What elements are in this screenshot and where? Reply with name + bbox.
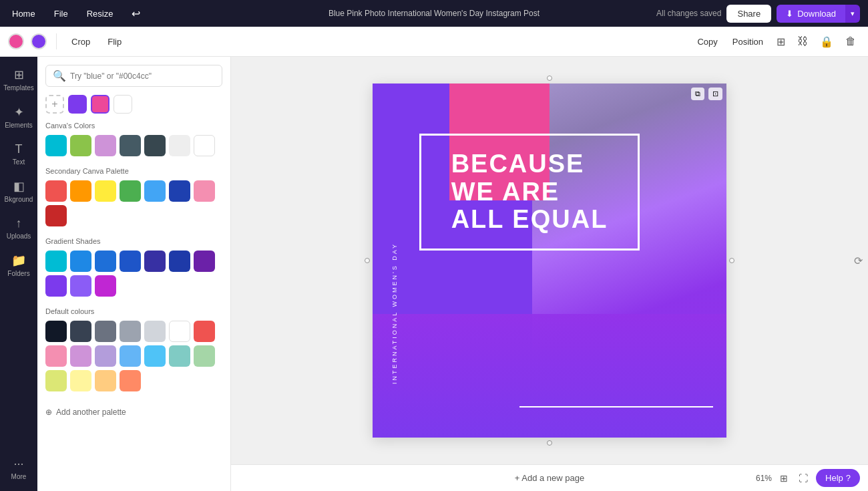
nav-home-button[interactable]: Home (8, 6, 39, 21)
grad-color-2[interactable] (70, 251, 91, 272)
canva-color-slate[interactable] (120, 135, 141, 156)
recent-color-white[interactable] (114, 95, 132, 114)
sec-color-red[interactable] (45, 180, 67, 202)
grad-color-10[interactable] (95, 275, 116, 297)
canva-color-lightgray[interactable] (169, 135, 190, 156)
sidebar-label-elements: Elements (5, 122, 33, 129)
sidebar-item-uploads[interactable]: ↑ Uploads (3, 211, 35, 245)
def-color-purple[interactable] (95, 345, 116, 367)
def-color-blue[interactable] (120, 345, 141, 367)
canvas-handle-top[interactable] (547, 75, 552, 81)
canva-color-lavender[interactable] (95, 135, 116, 156)
search-icon: 🔍 (53, 69, 66, 82)
grid-icon-button[interactable]: ⊞ (773, 33, 789, 51)
def-color-black[interactable] (45, 321, 67, 342)
chain-icon-button[interactable]: ⛓ (793, 33, 812, 50)
grad-color-8[interactable] (45, 275, 67, 297)
refresh-icon-button[interactable]: ⟳ (854, 255, 863, 267)
nav-resize-button[interactable]: Resize (83, 6, 118, 21)
sidebar-item-folders[interactable]: 📁 Folders (3, 248, 35, 283)
trash-icon-button[interactable]: 🗑 (841, 33, 860, 50)
share-button[interactable]: Share (726, 5, 771, 23)
add-palette-button[interactable]: ⊕ Add another palette (45, 402, 222, 422)
nav-file-button[interactable]: File (50, 6, 72, 21)
sec-color-hotpink[interactable] (194, 180, 215, 202)
canvas-area: BECAUSE WE ARE ALL EQUAL INTERNATIONAL W… (231, 57, 868, 491)
lock-icon-button[interactable]: 🔒 (816, 33, 837, 51)
def-color-salmon[interactable] (120, 370, 141, 391)
toolbar-right: Copy Position ⊞ ⛓ 🔒 🗑 (692, 33, 860, 51)
def-color-lightgray[interactable] (144, 321, 166, 342)
text-box-element[interactable]: BECAUSE WE ARE ALL EQUAL (419, 134, 640, 251)
fullscreen-button[interactable]: ⛶ (796, 472, 811, 485)
sidebar-item-elements[interactable]: ✦ Elements (3, 100, 35, 134)
def-color-green[interactable] (194, 345, 215, 367)
grad-color-1[interactable] (45, 251, 67, 272)
folders-icon: 📁 (11, 253, 26, 268)
def-color-red[interactable] (194, 321, 215, 342)
grad-color-4[interactable] (120, 251, 141, 272)
canvas-handle-left[interactable] (365, 258, 370, 263)
grad-color-7[interactable] (194, 251, 215, 272)
help-button[interactable]: Help ? (816, 469, 860, 487)
grad-color-6[interactable] (169, 251, 190, 272)
saved-status: All changes saved (656, 9, 721, 18)
def-color-gray[interactable] (95, 321, 116, 342)
copy-button[interactable]: Copy (692, 34, 722, 49)
sidebar-item-text[interactable]: T Text (3, 137, 35, 171)
sidebar-item-more[interactable]: ··· More (3, 452, 35, 486)
toolbar-divider (56, 33, 57, 49)
canva-color-teal[interactable] (45, 135, 67, 156)
def-color-darkgray[interactable] (70, 321, 91, 342)
download-arrow-button[interactable]: ▾ (845, 5, 860, 23)
gradient-colors-grid (45, 251, 222, 297)
color-swatch-pink[interactable] (8, 33, 24, 49)
def-color-peach[interactable] (95, 370, 116, 391)
add-color-button[interactable]: + (45, 95, 64, 114)
canvas-handle-right[interactable] (729, 258, 734, 263)
color-search-input[interactable] (70, 71, 215, 81)
default-colours-title: Default colours (45, 307, 222, 315)
grad-color-5[interactable] (144, 251, 166, 272)
color-search-bar[interactable]: 🔍 (45, 65, 222, 87)
def-color-skyblue[interactable] (144, 345, 166, 367)
canvas-handle-bottom[interactable] (547, 440, 552, 446)
sidebar-label-text: Text (13, 158, 25, 166)
canva-color-darkslate[interactable] (144, 135, 166, 156)
color-swatch-purple[interactable] (31, 33, 47, 49)
recent-color-pink[interactable] (91, 95, 110, 114)
canvas-duplicate-icon[interactable]: ⊡ (708, 88, 722, 100)
undo-button[interactable]: ↩ (128, 5, 144, 23)
sec-color-green[interactable] (120, 180, 141, 202)
sec-color-yellow[interactable] (95, 180, 116, 202)
def-color-lime[interactable] (45, 370, 67, 391)
design-canvas[interactable]: BECAUSE WE ARE ALL EQUAL INTERNATIONAL W… (373, 84, 726, 438)
download-button[interactable]: ⬇ Download (777, 5, 845, 23)
canvas-copy-icon[interactable]: ⧉ (691, 88, 704, 100)
def-color-white[interactable] (169, 321, 190, 342)
vertical-text: INTERNATIONAL WOMEN'S DAY (391, 242, 398, 384)
grad-color-3[interactable] (95, 251, 116, 272)
crop-button[interactable]: Crop (66, 34, 95, 49)
position-button[interactable]: Position (727, 34, 769, 49)
def-color-teal[interactable] (169, 345, 190, 367)
recent-color-purple[interactable] (68, 95, 87, 114)
sec-color-darkred[interactable] (45, 205, 67, 226)
def-color-violet[interactable] (70, 345, 91, 367)
sidebar-item-background[interactable]: ◧ Bkground (3, 174, 35, 208)
sidebar-item-templates[interactable]: ⊞ Templates (3, 62, 35, 97)
sec-color-blue[interactable] (144, 180, 166, 202)
canva-color-white[interactable] (194, 135, 215, 156)
def-color-medgray[interactable] (120, 321, 141, 342)
canvas-scroll[interactable]: BECAUSE WE ARE ALL EQUAL INTERNATIONAL W… (231, 57, 868, 464)
flip-button[interactable]: Flip (102, 34, 127, 49)
zoom-grid-button[interactable]: ⊞ (777, 472, 791, 485)
add-page-button[interactable]: + Add a new page (515, 473, 584, 483)
def-color-pink[interactable] (45, 345, 67, 367)
def-color-yellow[interactable] (70, 370, 91, 391)
canva-color-green[interactable] (70, 135, 91, 156)
canvas-bottom-gradient (373, 314, 726, 438)
grad-color-9[interactable] (70, 275, 91, 297)
sec-color-darkblue[interactable] (169, 180, 190, 202)
sec-color-orange[interactable] (70, 180, 91, 202)
